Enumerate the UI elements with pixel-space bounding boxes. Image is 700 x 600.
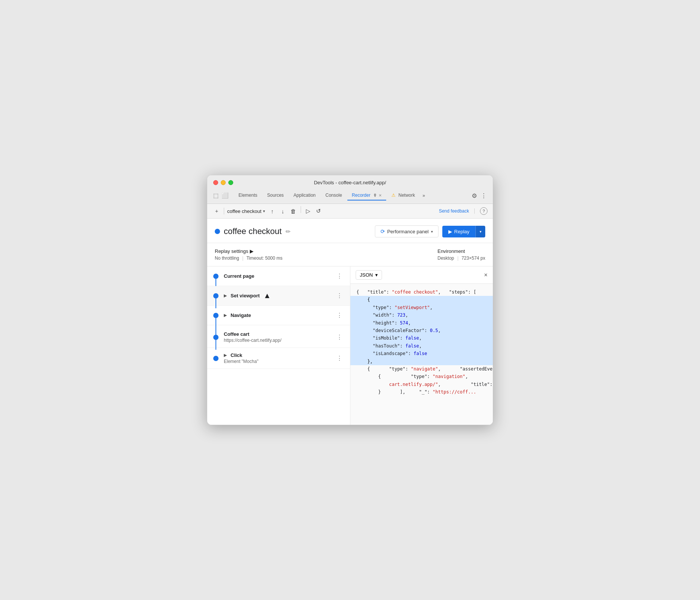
traffic-lights — [213, 180, 233, 185]
help-button[interactable]: ? — [480, 207, 488, 215]
step-title: Click — [231, 352, 242, 358]
step-indicator — [213, 293, 219, 298]
step-play-button[interactable]: ▷ — [303, 206, 313, 216]
tab-recorder-label: Recorder — [352, 193, 370, 198]
step-title: Navigate — [231, 312, 251, 318]
timeout-label: Timeout: 5000 ms — [246, 256, 283, 261]
environment-label: Environment — [437, 248, 465, 254]
format-selector[interactable]: JSON ▾ — [356, 270, 382, 280]
step-expand-icon[interactable]: ▶ — [224, 353, 227, 358]
feedback-divider — [474, 208, 475, 214]
steps-panel: Current page ⋮ ▶ Set viewport ▲ — [207, 266, 350, 425]
step-more-button[interactable]: ⋮ — [335, 310, 344, 320]
step-set-viewport[interactable]: ▶ Set viewport ▲ ⋮ — [207, 286, 350, 306]
json-line: "steps": [ — [443, 289, 476, 295]
toolbar-divider-2 — [301, 206, 301, 213]
export-button[interactable]: ↑ — [267, 206, 277, 216]
tab-recorder[interactable]: Recorder 🎙 ✕ — [347, 191, 386, 201]
warning-icon: ⚠ — [391, 193, 396, 198]
tab-elements[interactable]: Elements — [234, 191, 262, 201]
tab-application[interactable]: Application — [289, 191, 320, 201]
json-line-highlight: }, — [350, 358, 493, 365]
step-title: Set viewport — [231, 293, 260, 298]
minimize-button[interactable] — [221, 180, 226, 185]
step-expand-icon[interactable]: ▶ — [224, 293, 227, 298]
resolution-value: 723×574 px — [462, 256, 485, 261]
settings-separator-2 — [458, 256, 458, 261]
import-button[interactable]: ↓ — [278, 206, 288, 216]
devtools-window: DevTools - coffee-cart.netlify.app/ ⬚ ⬜ … — [207, 175, 493, 425]
tab-sources[interactable]: Sources — [263, 191, 288, 201]
recording-title: coffee checkout — [224, 227, 282, 236]
perf-panel-chevron: ▾ — [431, 230, 433, 234]
step-content: ▶ Navigate — [224, 312, 335, 318]
settings-separator — [243, 256, 243, 261]
tab-recorder-close[interactable]: ✕ — [379, 193, 382, 197]
tab-console[interactable]: Console — [321, 191, 347, 201]
json-close-button[interactable]: × — [484, 272, 488, 279]
step-navigate[interactable]: ▶ Navigate ⋮ — [207, 306, 350, 325]
step-more-button[interactable]: ⋮ — [335, 332, 344, 342]
replay-settings-toggle[interactable]: Replay settings ▶ — [215, 248, 283, 254]
json-line: ], — [384, 389, 405, 395]
step-more-button[interactable]: ⋮ — [335, 291, 344, 301]
send-feedback-link[interactable]: Send feedback — [439, 208, 469, 214]
replay-settings-expand-icon: ▶ — [250, 248, 254, 254]
json-line: { — [356, 374, 381, 379]
step-indicator — [213, 274, 219, 279]
step-expand-icon[interactable]: ▶ — [224, 313, 227, 318]
step-title: Current page — [224, 273, 335, 279]
titlebar: DevTools - coffee-cart.netlify.app/ ⬚ ⬜ … — [207, 175, 493, 204]
step-coffee-cart[interactable]: Coffee cart https://coffee-cart.netlify.… — [207, 325, 350, 348]
json-line: { — [356, 366, 370, 372]
step-more-button[interactable]: ⋮ — [335, 353, 344, 363]
maximize-button[interactable] — [228, 180, 233, 185]
performance-panel-button[interactable]: ⟳ Performance panel ▾ — [375, 225, 439, 237]
device-icon[interactable]: ⬜ — [222, 192, 229, 199]
settings-area: Replay settings ▶ No throttling Timeout:… — [207, 243, 493, 266]
replay-main-button[interactable]: ▶ Replay — [442, 226, 475, 237]
step-dot — [213, 293, 219, 298]
delete-button[interactable]: 🗑 — [289, 206, 298, 216]
settings-icon[interactable]: ⚙ — [472, 192, 477, 199]
close-button[interactable] — [213, 180, 218, 185]
recording-name-label: coffee checkout — [227, 208, 261, 214]
replay-label: Replay — [454, 229, 469, 234]
recording-action-buttons: ↑ ↓ 🗑 ▷ ↺ — [267, 206, 324, 216]
json-line: } — [356, 389, 381, 395]
more-tabs-button[interactable]: » — [420, 191, 428, 200]
edit-title-icon[interactable]: ✏ — [286, 228, 290, 235]
tab-network-label: Network — [399, 193, 415, 198]
slow-replay-button[interactable]: ↺ — [314, 206, 324, 216]
json-line-highlight: "hasTouch": false, — [350, 342, 493, 350]
step-indicator — [213, 356, 219, 361]
recording-name-selector[interactable]: coffee checkout ▾ — [227, 208, 265, 214]
recording-dropdown-chevron: ▾ — [263, 209, 265, 214]
json-line: "_": "https://coff... — [408, 389, 476, 395]
step-subtitle: https://coffee-cart.netlify.app/ — [224, 338, 335, 343]
json-toolbar: JSON ▾ × — [350, 266, 493, 284]
step-content: Current page — [224, 273, 335, 279]
inspect-icon[interactable]: ⬚ — [213, 192, 219, 199]
format-chevron: ▾ — [375, 272, 378, 278]
step-indicator — [213, 335, 219, 340]
toolbar-right-icons: ⚙ ⋮ — [472, 192, 487, 199]
json-line-highlight: "isMobile": false, — [350, 334, 493, 342]
step-click[interactable]: ▶ Click Element "Mocha" ⋮ — [207, 348, 350, 369]
replay-dropdown-button[interactable]: ▾ — [475, 226, 485, 237]
step-content: Coffee cart https://coffee-cart.netlify.… — [224, 331, 335, 343]
step-dot — [213, 274, 219, 279]
tab-network[interactable]: ⚠ Network — [387, 191, 419, 201]
devtools-tabbar: ⬚ ⬜ Elements Sources Application Console… — [213, 189, 487, 201]
settings-details: No throttling Timeout: 5000 ms — [215, 256, 283, 261]
more-options-icon[interactable]: ⋮ — [481, 192, 487, 199]
recording-header: coffee checkout ✏ ⟳ Performance panel ▾ … — [207, 219, 493, 243]
step-current-page[interactable]: Current page ⋮ — [207, 266, 350, 286]
add-recording-button[interactable]: + — [212, 207, 221, 215]
json-line: { — [356, 289, 359, 295]
step-content: ▶ Click Element "Mocha" — [224, 352, 335, 364]
step-content: ▶ Set viewport ▲ — [224, 291, 335, 300]
settings-left: Replay settings ▶ No throttling Timeout:… — [215, 248, 283, 261]
step-dot — [213, 335, 219, 340]
step-more-button[interactable]: ⋮ — [335, 271, 344, 281]
